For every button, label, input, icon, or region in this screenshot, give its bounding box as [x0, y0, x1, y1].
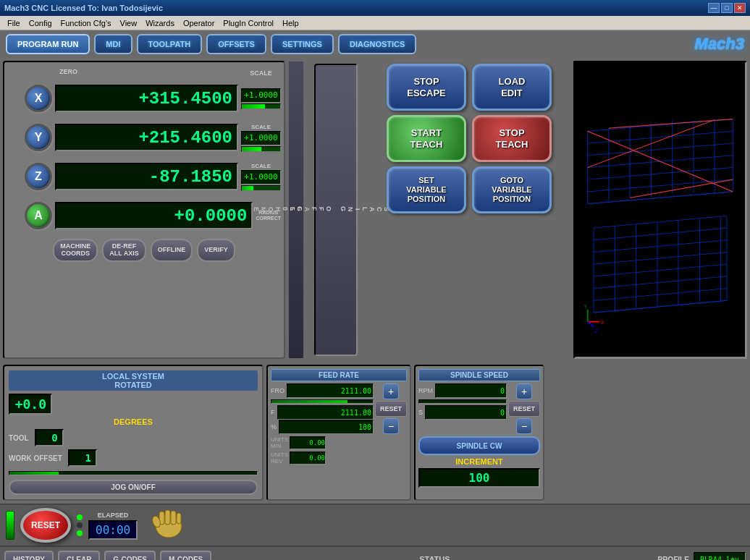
ctrl-row-2: STARTTEACH STOPTEACH [371, 115, 568, 162]
sep-light-3 [77, 530, 83, 536]
stop-escape-btn[interactable]: STOPESCAPE [387, 64, 466, 111]
gcodes-btn[interactable]: G-CODES [104, 551, 156, 560]
de-ref-all-axis-btn[interactable]: DE-REFALL AXIS [102, 239, 146, 262]
tab-mdi[interactable]: MDI [94, 34, 132, 54]
separator-lights [77, 514, 83, 536]
units-min-input[interactable] [290, 436, 326, 449]
set-variable-position-btn[interactable]: SETVARIABLEPOSITION [387, 166, 466, 213]
local-rotated-value: +0.0 [9, 394, 52, 415]
feed-down-btn[interactable]: − [383, 418, 399, 434]
f-value[interactable]: 2111.00 [277, 405, 374, 420]
local-row-work-offset: WORK OFFSET 1 [9, 449, 258, 467]
axis-scale-z: SCALE +1.0000 [241, 163, 281, 191]
pct-label: % [271, 423, 277, 430]
axis-value-y: +215.4600 [55, 124, 238, 151]
tab-toolpath[interactable]: TOOLPATH [137, 34, 203, 54]
menu-bar: File Config Function Cfg's View Wizards … [0, 16, 750, 30]
main-area: ZERO SCALE X +315.4500 +1.0000 Y +215.46… [0, 58, 750, 362]
axis-row-x: X +315.4500 +1.0000 [7, 80, 281, 117]
verify-btn[interactable]: VERIFY [197, 239, 235, 262]
tab-settings[interactable]: SETTINGS [271, 34, 334, 54]
feed-up-btn[interactable]: + [383, 383, 399, 399]
history-btn[interactable]: HISTORY [4, 551, 54, 560]
svg-text:Z: Z [595, 328, 598, 334]
menu-function-cfgs[interactable]: Function Cfg's [56, 19, 116, 27]
tab-diagnostics[interactable]: DIAGNOSTICS [338, 34, 416, 54]
spindle-up-btn[interactable]: + [516, 383, 532, 399]
spindle-reset-btn[interactable]: RESET [508, 401, 540, 417]
axis-scale-x: +1.0000 [241, 88, 281, 109]
increment-value: 100 [418, 468, 540, 488]
units-min-label: UNITSMIN [271, 436, 288, 449]
nav-tabs: PROGRAM RUN MDI TOOLPATH OFFSETS SETTING… [0, 30, 750, 58]
svg-rect-0 [576, 83, 745, 337]
axis-btn-a[interactable]: A [25, 202, 52, 229]
mid-panel: SCALINGOFFG50 [307, 61, 365, 359]
scale-value-z: +1.0000 [241, 170, 281, 184]
stop-teach-btn[interactable]: STOPTEACH [472, 115, 552, 162]
pct-value[interactable]: 100 [279, 420, 374, 434]
mcodes-btn[interactable]: M-CODES [160, 551, 211, 560]
increment-label: INCREMENT [418, 457, 540, 466]
spindle-cw-btn[interactable]: SPINDLE CW [418, 436, 540, 455]
machine-coords-btn[interactable]: MACHINECOORDS [53, 239, 98, 262]
axis-row-z: Z -87.1850 SCALE +1.0000 [7, 158, 281, 195]
menu-help[interactable]: Help [278, 19, 303, 27]
menu-config[interactable]: Config [25, 19, 56, 27]
degrees-label: DEGREES [9, 417, 258, 426]
maximize-btn[interactable]: □ [721, 3, 733, 13]
profile-label: PROFILE [657, 556, 688, 561]
feed-reset-btn[interactable]: RESET [375, 401, 407, 417]
progress-z [241, 185, 281, 191]
jog-on-off-btn[interactable]: JOG ON/OFF [9, 480, 258, 495]
svg-rect-48 [177, 513, 181, 524]
left-panel: ZERO SCALE X +315.4500 +1.0000 Y +215.46… [3, 61, 285, 359]
tool-label: TOOL [9, 434, 29, 442]
axis-btn-z[interactable]: Z [25, 163, 52, 190]
scale-value-x: +1.0000 [241, 88, 281, 103]
goto-variable-position-btn[interactable]: GOTOVARIABLEPOSITION [472, 166, 552, 213]
fro-value[interactable]: 2111.00 [287, 383, 374, 398]
status-bar: HISTORY CLEAR G-CODES M-CODES STATUS PRO… [0, 546, 750, 560]
local-panel: LOCAL SYSTEMROTATED +0.0 DEGREES TOOL 0 … [3, 365, 264, 501]
axis-btn-y[interactable]: Y [25, 124, 52, 151]
scale-value-y: +1.0000 [241, 131, 281, 145]
rpm-label: RPM [418, 387, 433, 394]
axis-btn-x[interactable]: X [25, 85, 52, 112]
rpm-bar [418, 399, 507, 404]
menu-wizards[interactable]: Wizards [141, 19, 179, 27]
tab-program-run[interactable]: PROGRAM RUN [6, 34, 90, 54]
start-teach-btn[interactable]: STARTTEACH [387, 115, 466, 162]
spindle-down-btn[interactable]: − [516, 418, 532, 434]
minimize-btn[interactable]: — [708, 3, 720, 13]
offline-btn[interactable]: OFFLINE [151, 239, 193, 262]
axis-row-y: Y +215.4600 SCALE +1.0000 [7, 119, 281, 156]
bottom-bar: RESET ELAPSED 00:00 [0, 504, 750, 546]
menu-plugin-control[interactable]: PlugIn Control [219, 19, 278, 27]
close-btn[interactable]: ✕ [734, 3, 746, 13]
clear-btn[interactable]: CLEAR [58, 551, 100, 560]
spindle-title: SPINDLE SPEED [418, 369, 540, 381]
ctrl-row-1: STOPESCAPE LOADEDIT [371, 64, 568, 111]
local-row-value: +0.0 [9, 394, 258, 415]
load-edit-btn[interactable]: LOADEDIT [472, 64, 552, 111]
menu-view[interactable]: View [116, 19, 142, 27]
viewport-3d-svg: X Y Z [576, 63, 745, 357]
progress-x [241, 103, 281, 109]
units-rev-input[interactable] [290, 451, 326, 464]
units-rev-row: UNITSREV [271, 451, 407, 464]
s-value: 0 [425, 405, 507, 420]
units-min-row: UNITSMIN [271, 436, 407, 449]
menu-file[interactable]: File [3, 19, 25, 27]
elapsed-value: 00:00 [88, 520, 138, 540]
scale-label: SCALE [250, 69, 272, 77]
scaling-display: SCALINGOFFG50 [314, 64, 358, 356]
svg-rect-47 [171, 511, 176, 525]
power-light [6, 511, 14, 540]
tab-offsets[interactable]: OFFSETS [206, 34, 266, 54]
svg-text:X: X [601, 320, 604, 325]
menu-operator[interactable]: Operator [179, 19, 219, 27]
sep-light-2 [77, 522, 83, 528]
reset-button[interactable]: RESET [20, 508, 71, 543]
status-label: STATUS [216, 555, 653, 560]
